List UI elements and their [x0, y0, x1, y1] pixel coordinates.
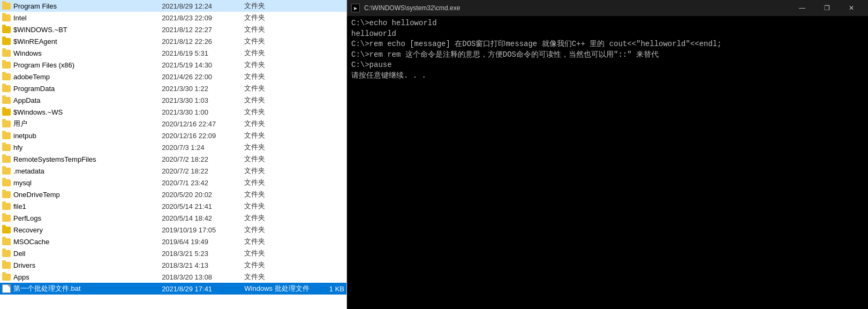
file-size-cell — [313, 259, 346, 271]
file-date-cell: 2018/3/21 4:13 — [160, 259, 242, 271]
file-name-cell: mysql — [0, 177, 160, 189]
file-size-cell — [313, 200, 346, 212]
file-name-text: 用户 — [13, 119, 27, 129]
file-type-cell: 文件夹 — [242, 35, 313, 47]
table-row[interactable]: mysql2020/7/1 23:42文件夹 — [0, 177, 346, 189]
file-date-cell: 2021/8/12 22:26 — [160, 35, 242, 47]
file-date-cell: 2021/8/29 17:41 — [160, 283, 242, 295]
cmd-line: C:\>rem echo [message] 在DOS窗口打印message 就… — [351, 39, 864, 50]
file-name-cell: adobeTemp — [0, 71, 160, 82]
cmd-titlebar: C:\WINDOWS\system32\cmd.exe — ❐ ✕ — [347, 0, 868, 16]
table-row[interactable]: Program Files2021/8/29 12:24文件夹 — [0, 0, 346, 12]
file-name-cell: Drivers — [0, 259, 160, 271]
table-row[interactable]: adobeTemp2021/4/26 22:00文件夹 — [0, 71, 346, 82]
folder-system-icon — [2, 26, 11, 33]
file-name-cell: Recovery — [0, 224, 160, 236]
table-row[interactable]: PerfLogs2020/5/14 18:42文件夹 — [0, 212, 346, 224]
file-name-text: OneDriveTemp — [13, 191, 60, 199]
file-name-text: ProgramData — [13, 85, 55, 93]
table-row[interactable]: .metadata2020/7/2 18:22文件夹 — [0, 165, 346, 177]
file-date-cell: 2018/3/20 13:08 — [160, 271, 242, 283]
file-type-cell: 文件夹 — [242, 106, 313, 118]
file-size-cell — [313, 224, 346, 236]
file-size-cell — [313, 141, 346, 153]
file-size-cell: 1 KB — [313, 283, 346, 295]
file-date-cell: 2020/5/14 18:42 — [160, 212, 242, 224]
file-name-cell: PerfLogs — [0, 212, 160, 224]
file-type-cell: 文件夹 — [242, 130, 313, 141]
file-date-cell: 2020/7/1 23:42 — [160, 177, 242, 189]
file-name-cell: 第一个批处理文件.bat — [0, 283, 160, 295]
file-date-cell: 2020/7/2 18:22 — [160, 165, 242, 177]
file-type-cell: 文件夹 — [242, 247, 313, 259]
file-size-cell — [313, 0, 346, 12]
table-row[interactable]: Dell2018/3/21 5:23文件夹 — [0, 247, 346, 259]
file-name-cell: AppData — [0, 94, 160, 106]
table-row[interactable]: $WinREAgent2021/8/12 22:26文件夹 — [0, 35, 346, 47]
file-size-cell — [313, 24, 346, 35]
table-row[interactable]: ProgramData2021/3/30 1:22文件夹 — [0, 82, 346, 94]
file-size-cell — [313, 153, 346, 165]
file-name-text: Drivers — [13, 261, 35, 269]
folder-icon — [2, 156, 11, 163]
file-table: Program Files2021/8/29 12:24文件夹Intel2021… — [0, 0, 346, 295]
file-name-cell: .metadata — [0, 165, 160, 177]
file-size-cell — [313, 247, 346, 259]
file-size-cell — [313, 118, 346, 130]
file-name-cell: 用户 — [0, 118, 160, 130]
file-name-cell: $WINDOWS.~BT — [0, 24, 160, 35]
table-row[interactable]: RemoteSystemsTempFiles2020/7/2 18:22文件夹 — [0, 153, 346, 165]
table-row[interactable]: inetpub2020/12/16 22:09文件夹 — [0, 130, 346, 141]
file-size-cell — [313, 71, 346, 82]
folder-icon — [2, 14, 11, 21]
minimize-button[interactable]: — — [790, 0, 814, 16]
file-type-cell: 文件夹 — [242, 94, 313, 106]
file-type-cell: 文件夹 — [242, 12, 313, 24]
restore-button[interactable]: ❐ — [814, 0, 839, 16]
table-row[interactable]: Windows2021/6/19 5:31文件夹 — [0, 47, 346, 59]
table-row[interactable]: MSOCache2019/6/4 19:49文件夹 — [0, 236, 346, 247]
table-row[interactable]: OneDriveTemp2020/5/20 20:02文件夹 — [0, 189, 346, 200]
table-row[interactable]: Program Files (x86)2021/5/19 14:30文件夹 — [0, 59, 346, 71]
file-name-text: Windows — [13, 49, 42, 57]
table-row[interactable]: 用户2020/12/16 22:47文件夹 — [0, 118, 346, 130]
cmd-line: C:\>pause — [351, 60, 864, 71]
close-button[interactable]: ✕ — [839, 0, 864, 16]
cmd-line: helloworld — [351, 29, 864, 40]
file-name-cell: Program Files — [0, 0, 160, 12]
table-row[interactable]: Recovery2019/10/19 17:05文件夹 — [0, 224, 346, 236]
file-size-cell — [313, 47, 346, 59]
file-explorer[interactable]: Program Files2021/8/29 12:24文件夹Intel2021… — [0, 0, 347, 309]
folder-icon — [2, 238, 11, 245]
file-date-cell: 2020/7/2 18:22 — [160, 153, 242, 165]
file-name-text: 第一个批处理文件.bat — [13, 284, 81, 293]
file-date-cell: 2021/3/30 1:00 — [160, 106, 242, 118]
file-date-cell: 2018/3/21 5:23 — [160, 247, 242, 259]
file-date-cell: 2020/5/20 20:02 — [160, 189, 242, 200]
table-row[interactable]: Intel2021/8/23 22:09文件夹 — [0, 12, 346, 24]
file-type-cell: 文件夹 — [242, 153, 313, 165]
table-row[interactable]: file12020/5/14 21:41文件夹 — [0, 200, 346, 212]
file-name-text: $WINDOWS.~BT — [13, 26, 67, 34]
file-name-cell: $Windows.~WS — [0, 106, 160, 118]
file-name-cell: file1 — [0, 200, 160, 212]
table-row[interactable]: Drivers2018/3/21 4:13文件夹 — [0, 259, 346, 271]
cmd-content: C:\>echo helloworldhelloworldC:\>rem ech… — [347, 16, 868, 309]
table-row[interactable]: Apps2018/3/20 13:08文件夹 — [0, 271, 346, 283]
file-date-cell: 2021/3/30 1:03 — [160, 94, 242, 106]
table-row[interactable]: 第一个批处理文件.bat2021/8/29 17:41Windows 批处理文件… — [0, 283, 346, 295]
folder-system-icon — [2, 227, 11, 233]
table-row[interactable]: $WINDOWS.~BT2021/8/12 22:27文件夹 — [0, 24, 346, 35]
file-name-text: AppData — [13, 96, 41, 104]
file-type-cell: 文件夹 — [242, 236, 313, 247]
file-name-cell: Apps — [0, 271, 160, 283]
cmd-line: 请按任意键继续. . . — [351, 71, 864, 81]
table-row[interactable]: AppData2021/3/30 1:03文件夹 — [0, 94, 346, 106]
file-name-text: RemoteSystemsTempFiles — [13, 155, 96, 163]
table-row[interactable]: $Windows.~WS2021/3/30 1:00文件夹 — [0, 106, 346, 118]
folder-icon — [2, 215, 11, 222]
table-row[interactable]: hfy2020/7/3 1:24文件夹 — [0, 141, 346, 153]
file-date-cell: 2021/3/30 1:22 — [160, 82, 242, 94]
file-size-cell — [313, 177, 346, 189]
folder-icon — [2, 132, 11, 139]
